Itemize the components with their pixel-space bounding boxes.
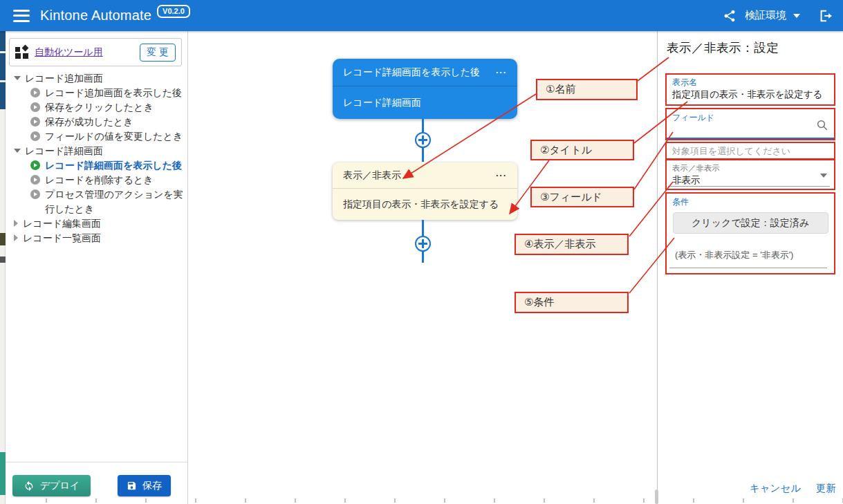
bottom-ruler-ticks [0, 498, 843, 504]
tree-item[interactable]: プロセス管理のアクションを実行したとき [6, 187, 188, 216]
node-title: 表示／非表示 [343, 169, 401, 182]
change-app-button[interactable]: 変 更 [140, 44, 176, 62]
expand-icon[interactable] [14, 220, 18, 227]
node-title: レコード詳細画面を表示した後 [343, 66, 480, 79]
logout-icon[interactable] [818, 8, 833, 24]
sidebar: 自動化ツール用 変 更 レコード追加画面 レコード追加画面を表示した後 保存をク… [6, 31, 188, 504]
expand-icon[interactable] [14, 234, 18, 241]
annotation-title: ②タイトル [530, 140, 634, 160]
tree-item[interactable]: 保存が成功したとき [6, 115, 188, 129]
visibility-label: 表示／非表示 [672, 162, 828, 174]
annotation-field: ③フィールド [530, 187, 634, 207]
tree-item[interactable]: 保存をクリックしたとき [6, 100, 188, 115]
flow-node-action[interactable]: 表示／非表示 ··· 指定項目の表示・非表示を設定する [333, 162, 517, 220]
input-focus-underline [667, 138, 834, 139]
tree-item[interactable]: レコード追加画面を表示した後 [6, 86, 188, 100]
flow-node-trigger[interactable]: レコード詳細画面を表示した後 ··· レコード詳細画面 [333, 59, 517, 119]
visibility-value[interactable]: 非表示 [672, 174, 828, 187]
tree-group-record-list[interactable]: レコード一覧画面 [6, 231, 188, 245]
update-link[interactable]: 更新 [816, 482, 836, 495]
field-search-input[interactable]: フィールド [665, 108, 835, 140]
condition-summary: (表示・非表示設定 = '非表示') [672, 249, 828, 261]
version-badge: V0.2.0 [157, 5, 190, 18]
tree-group-record-add[interactable]: レコード追加画面 [6, 71, 188, 86]
play-circle-icon [30, 175, 40, 185]
display-name-label: 表示名 [672, 77, 828, 88]
environment-caret-icon[interactable] [793, 14, 800, 18]
settings-panel: 表示／非表示：設定 表示名 指定項目の表示・非表示を設定する フィールド 対象項… [657, 31, 843, 504]
tree-item[interactable]: フィールドの値を変更したとき [6, 129, 188, 144]
cancel-link[interactable]: キャンセル [750, 482, 801, 495]
visibility-dropdown[interactable]: 表示／非表示 非表示 [665, 159, 835, 190]
dropdown-caret-icon[interactable] [820, 174, 827, 178]
sync-icon [24, 480, 35, 492]
node-more-icon[interactable]: ··· [496, 170, 507, 180]
kintone-app-icon [15, 46, 28, 59]
collapse-icon[interactable] [14, 149, 21, 153]
environment-label[interactable]: 検証環境 [745, 9, 786, 22]
app-name-link[interactable]: 自動化ツール用 [35, 46, 103, 59]
underline [669, 268, 827, 268]
top-app-bar: Kintone Automate V0.2.0 検証環境 [0, 0, 843, 31]
save-disk-icon [127, 480, 137, 491]
play-circle-icon [30, 131, 40, 141]
deploy-button[interactable]: デプロイ [12, 475, 91, 496]
add-step-icon[interactable] [415, 236, 431, 252]
node-more-icon[interactable]: ··· [496, 67, 507, 77]
save-button[interactable]: 保存 [118, 475, 171, 496]
event-tree: レコード追加画面 レコード追加画面を表示した後 保存をクリックしたとき 保存が成… [6, 71, 188, 245]
search-icon[interactable] [816, 119, 828, 134]
annotation-condition: ⑤条件 [515, 292, 629, 313]
condition-label: 条件 [672, 196, 828, 207]
underline [668, 186, 830, 187]
share-icon[interactable] [723, 9, 737, 23]
play-circle-icon [30, 102, 40, 112]
panel-title: 表示／非表示：設定 [667, 39, 779, 56]
play-circle-icon [30, 88, 40, 97]
annotation-name: ①名前 [536, 79, 638, 100]
tree-group-record-detail[interactable]: レコード詳細画面 [6, 144, 188, 158]
collapse-icon[interactable] [14, 76, 21, 80]
node-subtitle: 指定項目の表示・非表示を設定する [343, 198, 499, 211]
app-title: Kintone Automate [40, 8, 151, 24]
condition-set-button[interactable]: クリックで設定：設定済み [673, 212, 828, 234]
app-root: Kintone Automate V0.2.0 検証環境 自動化ツール用 変 更 [0, 0, 843, 504]
condition-section: 条件 クリックで設定：設定済み (表示・非表示設定 = '非表示') [665, 192, 835, 274]
tree-group-record-edit[interactable]: レコード編集画面 [6, 216, 188, 231]
display-name-field[interactable]: 表示名 指定項目の表示・非表示を設定する [665, 73, 835, 106]
flow-canvas: レコード詳細画面を表示した後 ··· レコード詳細画面 表示／非表示 ··· 指… [188, 31, 657, 504]
field-label: フィールド [672, 112, 828, 123]
hamburger-menu-icon[interactable] [13, 10, 30, 22]
scrollbar-thumb[interactable] [655, 489, 658, 504]
annotation-visibility: ④表示／非表示 [515, 234, 629, 255]
tree-item-active[interactable]: レコード詳細画面を表示した後 [6, 158, 188, 173]
add-step-icon[interactable] [415, 132, 431, 148]
node-subtitle: レコード詳細画面 [343, 97, 421, 109]
minimap-strip [0, 31, 6, 504]
app-card: 自動化ツール用 変 更 [9, 38, 182, 66]
display-name-value[interactable]: 指定項目の表示・非表示を設定する [672, 88, 828, 102]
play-circle-icon-active [30, 160, 40, 170]
play-circle-icon [30, 189, 40, 199]
play-circle-icon [30, 117, 40, 127]
tree-item[interactable]: レコードを削除するとき [6, 173, 188, 187]
field-helper: 対象項目を選択してください [665, 142, 835, 160]
